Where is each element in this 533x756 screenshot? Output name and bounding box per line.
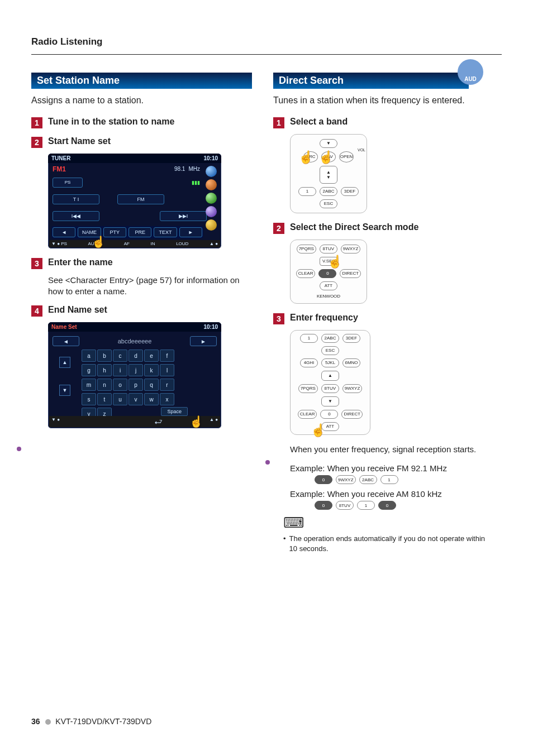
remote-open-top[interactable]: ▼ (320, 139, 337, 148)
remote-5[interactable]: 5JKL (321, 358, 339, 367)
step-3: 3 Enter the name (31, 257, 252, 269)
keyboard-row1: a b c d e f (82, 350, 211, 362)
key[interactable]: k (144, 364, 159, 376)
remote-2[interactable]: 2ABC (321, 334, 339, 343)
nameset-time: 10:10 (203, 324, 218, 330)
key[interactable]: u (113, 393, 127, 405)
tuner-freq: 98.1 (174, 166, 185, 172)
remote-select-band: ▼ SRC NAV OPEN ▲▼ 1 2ABC 3DEF ESC ☝ ☝ VO… (290, 134, 367, 213)
remote-clear[interactable]: CLEAR (298, 410, 317, 419)
remote-0[interactable]: 0 (318, 269, 336, 278)
example-am: Example: When you receive AM 810 kHz (290, 489, 494, 500)
remote-8[interactable]: 8TUV (321, 384, 339, 393)
orb-icon[interactable] (206, 166, 217, 177)
nav-left[interactable]: ◄ (53, 227, 75, 237)
bottom-left[interactable]: ▼ ● (51, 417, 60, 426)
remote-3[interactable]: 3DEF (341, 187, 359, 196)
space-key[interactable]: Space (161, 407, 188, 416)
keyboard-row3: m n o p q r (82, 379, 211, 391)
remote-vol[interactable]: ▲▼ (320, 166, 337, 184)
set-station-name-desc: Assigns a name to a station. (31, 94, 252, 107)
key[interactable]: b (97, 350, 112, 362)
nav-right[interactable]: ► (179, 227, 202, 237)
key[interactable]: a (82, 350, 96, 362)
remote-9[interactable]: 9WXYZ (342, 384, 363, 393)
key[interactable]: t (97, 393, 112, 405)
pty-tab[interactable]: PTY (103, 227, 126, 237)
remote-2[interactable]: 2ABC (320, 187, 337, 196)
key[interactable]: g (82, 364, 96, 376)
key[interactable]: x (160, 393, 174, 405)
remote-direct[interactable]: DIRECT (341, 410, 363, 419)
remote-1[interactable]: 1 (300, 334, 318, 343)
next-char-button[interactable]: ► (190, 336, 217, 346)
remote-8[interactable]: 8TUV (320, 245, 337, 253)
remote-9[interactable]: 9WXYZ (341, 245, 361, 253)
ti-button[interactable]: T I (53, 194, 99, 204)
row-up-button[interactable]: ▲ (59, 357, 70, 368)
prev-button[interactable]: I◀◀ (53, 211, 99, 221)
orb-icon[interactable] (206, 206, 217, 217)
remote-3[interactable]: 3DEF (342, 334, 360, 343)
example-fm-buttons: 0 9WXYZ 2ABC 1 (315, 475, 494, 484)
aud-icon: AUD (458, 59, 483, 85)
bottom-right[interactable]: ▲ ● (210, 417, 218, 426)
remote-vsel-up[interactable]: ▲ (321, 371, 339, 381)
key[interactable]: o (113, 379, 127, 391)
key[interactable]: n (97, 379, 112, 391)
ps-label[interactable]: PS (53, 178, 83, 188)
text-tab[interactable]: TEXT (154, 227, 177, 237)
step-title: Enter frequency (290, 313, 358, 323)
key[interactable]: f (160, 350, 174, 362)
key[interactable]: c (113, 350, 127, 362)
orb-icon[interactable] (206, 219, 217, 231)
return-icon[interactable]: ⮐ (154, 417, 162, 426)
left-column: Set Station Name Assigns a name to a sta… (31, 73, 252, 553)
remote-direct[interactable]: DIRECT (340, 269, 361, 278)
row-down-button[interactable]: ▼ (59, 385, 70, 396)
right-column: Direct Search AUD Tunes in a station whe… (273, 73, 494, 553)
step-3-body: See <Character Entry> (page 57) for info… (48, 275, 252, 298)
prev-char-button[interactable]: ◄ (53, 336, 79, 346)
key[interactable]: h (97, 364, 112, 376)
remote-4[interactable]: 4GHI (300, 358, 318, 367)
key[interactable]: e (144, 350, 159, 362)
key[interactable]: r (160, 379, 174, 391)
orb-icon[interactable] (206, 179, 217, 190)
btn: 1 (380, 475, 398, 484)
keyboard-row2: g h i j k l (82, 364, 211, 376)
next-button[interactable]: ▶▶I (160, 211, 207, 221)
remote-open[interactable]: OPEN (339, 151, 354, 162)
name-value: abcdeeeeee (83, 338, 187, 344)
step-number: 4 (31, 305, 42, 317)
key[interactable]: i (113, 364, 127, 376)
remote-7[interactable]: 7PQRS (297, 245, 316, 253)
remote-7[interactable]: 7PQRS (298, 384, 318, 393)
remote-6[interactable]: 6MNO (342, 358, 360, 367)
remote-clear[interactable]: CLEAR (296, 269, 316, 278)
remote-esc[interactable]: ESC (321, 346, 339, 355)
remote-1[interactable]: 1 (298, 187, 316, 196)
key[interactable]: v (129, 393, 143, 405)
ds-step-2: 2 Select the Direct Search mode (273, 222, 494, 234)
orb-icon[interactable] (206, 193, 217, 204)
remote-vsel-down[interactable]: ▼ (321, 396, 339, 406)
key[interactable]: j (129, 364, 143, 376)
key[interactable]: s (82, 393, 96, 405)
key[interactable]: w (144, 393, 159, 405)
key[interactable]: q (144, 379, 159, 391)
bottom-af: AF (124, 241, 130, 246)
key[interactable]: l (160, 364, 174, 376)
remote-esc[interactable]: ESC (320, 199, 337, 208)
section-heading: Radio Listening (31, 36, 502, 47)
fm-button[interactable]: FM (117, 194, 164, 204)
remote-att[interactable]: ATT (320, 281, 337, 290)
step-number: 1 (273, 117, 284, 128)
remote-0[interactable]: 0 (320, 410, 338, 419)
pre-tab[interactable]: PRE (129, 227, 151, 237)
key[interactable]: p (129, 379, 143, 391)
remote-brand: KENWOOD (295, 294, 362, 299)
key[interactable]: d (129, 350, 143, 362)
key[interactable]: m (82, 379, 96, 391)
direct-search-title: Direct Search (279, 75, 344, 86)
